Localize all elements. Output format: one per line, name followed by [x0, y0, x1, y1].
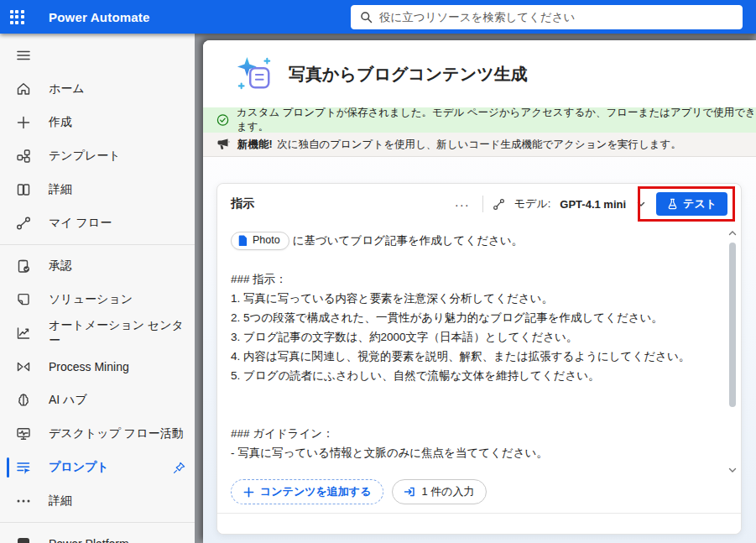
content-sheet: 写真からブログコンテンツ生成 カスタム プロンプトが保存されました。モデル ペー…: [203, 40, 756, 543]
hamburger-icon: [15, 47, 32, 64]
sidebar-item-label: ホーム: [49, 81, 85, 97]
approvals-icon: [15, 258, 32, 274]
pin-icon[interactable]: [172, 461, 186, 475]
book-icon: [15, 181, 32, 198]
instructions-card-footer: [217, 513, 741, 534]
prompt-line: 4. 内容は写真に関連し、視覚的要素を説明、解釈、または拡張するようにしてくださ…: [231, 347, 712, 366]
flow-icon: [15, 215, 32, 232]
scrollbar-thumb[interactable]: [729, 243, 736, 407]
sidebar-divider: [0, 522, 195, 523]
global-search[interactable]: [351, 5, 743, 29]
sidebar-nav: ホーム 作成 テンプレート 詳細 マイ フロー 承認 ソ: [0, 34, 195, 543]
chevron-down-icon[interactable]: [635, 199, 647, 209]
sidebar-item-label: 詳細: [49, 182, 72, 197]
hamburger-menu-button[interactable]: [0, 39, 195, 72]
sidebar-item-label: プロンプト: [49, 460, 109, 475]
sidebar-item-prompts[interactable]: プロンプト: [0, 451, 195, 484]
prompt-line: Photo に基づいてブログ記事を作成してください。: [231, 231, 712, 250]
sidebar-item-label: AI ハブ: [49, 393, 87, 408]
prompt-line: 3. ブログ記事の文字数は、約2000文字（日本語）としてください。: [231, 327, 712, 347]
app-title: Power Automate: [49, 10, 150, 24]
panel-area: 指示 ··· モデル: GPT-4.1 mini テスト: [203, 157, 756, 543]
header-divider: [482, 196, 483, 212]
prompt-line: 2. 5つの段落で構成された、一貫性があり魅力的なブログ記事を作成してください。: [231, 308, 712, 327]
app-launcher-waffle-icon[interactable]: [0, 0, 34, 34]
test-button-label: テスト: [683, 196, 717, 211]
enter-input-icon: [404, 486, 415, 498]
prompt-sparkle-doc-icon: [235, 55, 274, 93]
sidebar-item-label: 詳細: [49, 493, 72, 509]
prompt-line: [231, 250, 712, 269]
model-icon: [493, 198, 505, 211]
prompt-line: ### 指示：: [231, 269, 712, 289]
sidebar-item-automation-center[interactable]: オートメーション センター: [0, 316, 195, 350]
more-dots-icon: [15, 493, 32, 509]
sidebar-item-home[interactable]: ホーム: [0, 72, 195, 106]
sidebar-item-power-platform[interactable]: Power Platform: [0, 527, 195, 543]
sidebar-item-label: ソリューション: [49, 292, 133, 307]
prompt-line: 5. ブログの読者にふさわしい、自然で流暢な文体を維持してください。: [231, 366, 712, 385]
add-content-button[interactable]: コンテンツを追加する: [231, 479, 383, 504]
prompt-editor[interactable]: Photo に基づいてブログ記事を作成してください。 ### 指示： 1. 写真…: [217, 224, 741, 513]
model-label: モデル:: [514, 196, 551, 211]
save-success-banner: カスタム プロンプトが保存されました。モデル ページからアクセスするか、フローま…: [203, 107, 756, 133]
prompt-line-text: に基づいてブログ記事を作成してください。: [293, 231, 523, 250]
prompt-line: [231, 405, 712, 424]
plus-icon: [15, 114, 32, 131]
prompt-line: - 写真に写っている情報と文脈のみに焦点を当ててください。: [231, 443, 712, 462]
process-mining-icon: [15, 358, 32, 375]
sidebar-item-label: 承認: [49, 258, 72, 274]
sidebar-item-desktop-flow-activity[interactable]: デスクトップ フロー活動: [0, 417, 195, 451]
instructions-title: 指示: [231, 196, 254, 211]
sidebar-item-ai-hub[interactable]: AI ハブ: [0, 384, 195, 417]
page-header: 写真からブログコンテンツ生成: [203, 40, 756, 107]
solutions-icon: [15, 291, 32, 308]
megaphone-icon: [216, 138, 230, 151]
photo-variable-chip[interactable]: Photo: [231, 232, 289, 250]
editor-scrollbar[interactable]: [727, 229, 738, 474]
prompt-line: ### ガイドライン：: [231, 424, 712, 443]
search-icon: [360, 11, 373, 23]
input-count-label: 1 件の入力: [421, 484, 474, 499]
model-value[interactable]: GPT-4.1 mini: [560, 198, 626, 211]
sidebar-item-label: マイ フロー: [49, 216, 112, 231]
scrollbar-track[interactable]: [727, 238, 738, 466]
sidebar-item-label: Process Mining: [49, 360, 129, 373]
templates-icon: [15, 148, 32, 164]
automation-center-icon: [15, 325, 32, 342]
sidebar-item-my-flows[interactable]: マイ フロー: [0, 206, 195, 240]
prompt-actions-row: コンテンツを追加する 1 件の入力: [231, 476, 712, 513]
home-icon: [15, 81, 32, 97]
search-input[interactable]: [379, 11, 733, 23]
new-feature-body: 次に独自のプロンプトを使用し、新しいコード生成機能でアクションを実行します。: [277, 138, 681, 150]
page-title: 写真からブログコンテンツ生成: [289, 63, 528, 86]
beaker-icon: [667, 198, 678, 210]
plus-icon: [243, 487, 254, 498]
card-more-button[interactable]: ···: [451, 197, 473, 211]
sidebar-item-approvals[interactable]: 承認: [0, 249, 195, 283]
scroll-down-icon[interactable]: [727, 466, 738, 474]
instructions-card: 指示 ··· モデル: GPT-4.1 mini テスト: [216, 183, 742, 535]
sidebar-divider: [0, 244, 195, 245]
sidebar-item-label: オートメーション センター: [49, 318, 186, 348]
sidebar-item-more[interactable]: 詳細: [0, 484, 195, 518]
top-app-bar: Power Automate: [0, 0, 756, 34]
main-content-backdrop: 写真からブログコンテンツ生成 カスタム プロンプトが保存されました。モデル ペー…: [195, 34, 756, 543]
document-icon: [238, 235, 248, 246]
scroll-up-icon[interactable]: [727, 229, 738, 238]
sidebar-item-label: デスクトップ フロー活動: [49, 426, 184, 441]
sidebar-item-more-learn[interactable]: 詳細: [0, 173, 195, 206]
sidebar-item-create[interactable]: 作成: [0, 106, 195, 139]
input-count-button[interactable]: 1 件の入力: [392, 479, 486, 504]
test-button[interactable]: テスト: [656, 192, 727, 216]
ai-hub-icon: [15, 392, 32, 409]
sidebar-item-templates[interactable]: テンプレート: [0, 139, 195, 173]
prompt-line: [231, 385, 712, 405]
sidebar-item-process-mining[interactable]: Process Mining: [0, 350, 195, 384]
add-content-label: コンテンツを追加する: [260, 484, 371, 499]
sidebar-item-solutions[interactable]: ソリューション: [0, 283, 195, 316]
new-feature-banner: 新機能! 次に独自のプロンプトを使用し、新しいコード生成機能でアクションを実行し…: [203, 133, 756, 157]
check-circle-icon: [216, 113, 229, 127]
power-platform-icon: [15, 535, 32, 543]
new-feature-title: 新機能!: [237, 138, 273, 150]
